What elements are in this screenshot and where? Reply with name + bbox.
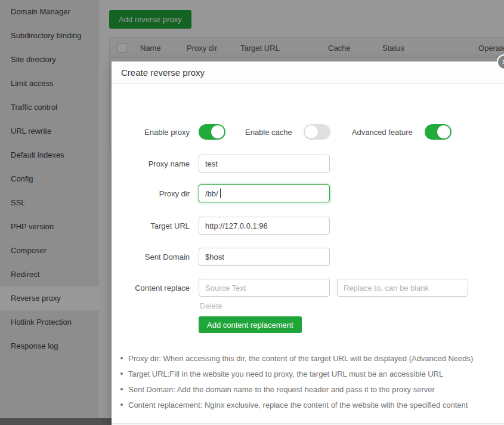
enable-proxy-toggle[interactable] xyxy=(199,124,225,140)
enable-cache-toggle[interactable] xyxy=(304,124,330,140)
toggle-knob xyxy=(305,125,318,138)
content-replace-label: Content replace xyxy=(112,284,190,292)
text-caret xyxy=(220,189,221,198)
content-replace-row: Content replace xyxy=(112,279,504,297)
proxy-name-label: Proxy name xyxy=(112,159,190,168)
toggle-knob xyxy=(211,125,224,138)
toggle-row: Enable proxy Enable cache Advanced featu… xyxy=(112,123,504,141)
proxy-dir-row: Proxy dir xyxy=(112,184,504,202)
proxy-dir-field[interactable] xyxy=(199,184,330,202)
target-url-field[interactable] xyxy=(199,217,330,235)
sent-domain-label: Sent Domain xyxy=(112,252,190,261)
source-text-field[interactable] xyxy=(199,279,330,297)
note-content-replacement: Content replacement: Nginx exclusive, re… xyxy=(119,400,493,410)
proxy-dir-label: Proxy dir xyxy=(112,189,190,198)
create-reverse-proxy-modal: Create reverse proxy Enable proxy Enable… xyxy=(112,61,504,425)
advanced-feature-toggle[interactable] xyxy=(425,124,452,140)
enable-proxy-label: Enable proxy xyxy=(112,128,190,137)
advanced-feature-label: Advanced feature xyxy=(352,128,413,137)
add-content-replacement-button[interactable]: Add content replacement xyxy=(199,316,302,333)
note-sent-domain: Sent Domain: Add the domain name to the … xyxy=(119,384,493,395)
site-settings-page: Domain Manager Subdirectory binding Site… xyxy=(0,0,504,425)
sent-domain-field[interactable] xyxy=(199,248,330,266)
toggle-knob xyxy=(437,125,450,138)
note-proxy-dir: Proxy dir: When accessing this dir, the … xyxy=(119,353,493,364)
delete-replacement-link[interactable]: Delete xyxy=(200,301,222,310)
proxy-name-row: Proxy name xyxy=(112,155,504,173)
help-notes: Proxy dir: When accessing this dir, the … xyxy=(119,353,493,415)
replace-to-field[interactable] xyxy=(337,279,468,297)
modal-header: Create reverse proxy xyxy=(112,61,504,84)
target-url-row: Target URL xyxy=(112,217,504,235)
enable-cache-label: Enable cache xyxy=(245,128,292,137)
note-target-url: Target URL:Fill in the website you need … xyxy=(119,369,493,379)
sent-domain-row: Sent Domain xyxy=(112,248,504,266)
proxy-name-field[interactable] xyxy=(199,155,330,173)
modal-body: Enable proxy Enable cache Advanced featu… xyxy=(112,84,504,425)
target-url-label: Target URL xyxy=(112,221,190,230)
modal-title: Create reverse proxy xyxy=(121,67,205,78)
